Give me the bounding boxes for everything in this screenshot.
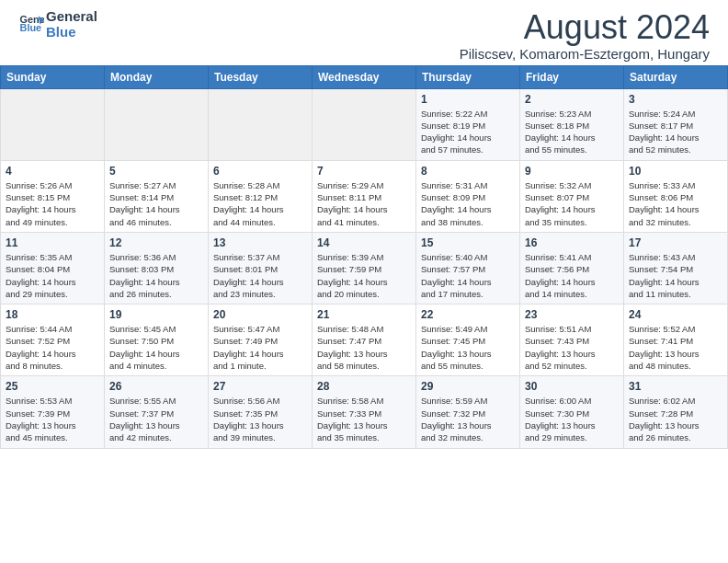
calendar-cell: 7Sunrise: 5:29 AM Sunset: 8:11 PM Daylig… [313, 160, 416, 232]
day-number: 20 [213, 308, 307, 321]
calendar-cell: 6Sunrise: 5:28 AM Sunset: 8:12 PM Daylig… [209, 160, 313, 232]
day-number: 29 [421, 380, 515, 393]
day-detail: Sunrise: 5:28 AM Sunset: 8:12 PM Dayligh… [213, 179, 307, 228]
day-detail: Sunrise: 5:26 AM Sunset: 8:15 PM Dayligh… [6, 179, 99, 228]
day-number: 19 [109, 308, 203, 321]
day-number: 10 [629, 165, 722, 178]
day-detail: Sunrise: 5:44 AM Sunset: 7:52 PM Dayligh… [6, 323, 99, 372]
day-detail: Sunrise: 5:45 AM Sunset: 7:50 PM Dayligh… [109, 323, 203, 372]
page-header: General Blue General Blue August 2024 Pi… [0, 0, 728, 65]
calendar-cell: 11Sunrise: 5:35 AM Sunset: 8:04 PM Dayli… [1, 232, 105, 304]
day-number: 28 [317, 380, 411, 393]
svg-text:Blue: Blue [20, 22, 42, 33]
day-number: 21 [317, 308, 411, 321]
day-number: 2 [525, 93, 619, 106]
day-number: 24 [629, 308, 722, 321]
calendar-cell [105, 88, 209, 160]
weekday-header: Tuesday [209, 65, 313, 88]
weekday-header: Saturday [624, 65, 728, 88]
day-detail: Sunrise: 5:43 AM Sunset: 7:54 PM Dayligh… [629, 251, 722, 300]
day-number: 3 [629, 93, 722, 106]
day-number: 16 [525, 236, 619, 249]
day-detail: Sunrise: 5:23 AM Sunset: 8:18 PM Dayligh… [525, 108, 619, 156]
weekday-header: Friday [520, 65, 624, 88]
day-number: 8 [421, 165, 515, 178]
calendar-cell: 30Sunrise: 6:00 AM Sunset: 7:30 PM Dayli… [520, 376, 624, 448]
calendar-cell: 2Sunrise: 5:23 AM Sunset: 8:18 PM Daylig… [520, 88, 624, 160]
day-detail: Sunrise: 5:48 AM Sunset: 7:47 PM Dayligh… [317, 323, 411, 372]
day-number: 15 [421, 236, 515, 249]
logo-line1: General [46, 9, 97, 25]
day-number: 27 [213, 380, 307, 393]
day-detail: Sunrise: 5:58 AM Sunset: 7:33 PM Dayligh… [317, 395, 411, 443]
calendar-cell [1, 88, 105, 160]
day-detail: Sunrise: 5:41 AM Sunset: 7:56 PM Dayligh… [525, 251, 619, 300]
day-number: 22 [421, 308, 515, 321]
weekday-header-row: SundayMondayTuesdayWednesdayThursdayFrid… [1, 65, 728, 88]
month-year-title: August 2024 [460, 9, 710, 46]
day-number: 31 [629, 380, 722, 393]
day-number: 25 [6, 380, 99, 393]
calendar-cell: 9Sunrise: 5:32 AM Sunset: 8:07 PM Daylig… [520, 160, 624, 232]
day-number: 26 [109, 380, 203, 393]
calendar-week-row: 25Sunrise: 5:53 AM Sunset: 7:39 PM Dayli… [1, 376, 728, 448]
weekday-header: Sunday [1, 65, 105, 88]
day-number: 9 [525, 165, 619, 178]
day-number: 7 [317, 165, 411, 178]
calendar-cell: 17Sunrise: 5:43 AM Sunset: 7:54 PM Dayli… [624, 232, 728, 304]
title-block: August 2024 Piliscsev, Komarom-Esztergom… [460, 9, 710, 62]
calendar-cell: 29Sunrise: 5:59 AM Sunset: 7:32 PM Dayli… [416, 376, 520, 448]
calendar-week-row: 18Sunrise: 5:44 AM Sunset: 7:52 PM Dayli… [1, 304, 728, 376]
day-detail: Sunrise: 5:36 AM Sunset: 8:03 PM Dayligh… [109, 251, 203, 300]
day-detail: Sunrise: 5:24 AM Sunset: 8:17 PM Dayligh… [629, 108, 722, 156]
day-number: 5 [109, 165, 203, 178]
day-number: 23 [525, 308, 619, 321]
calendar-cell [313, 88, 416, 160]
day-detail: Sunrise: 5:52 AM Sunset: 7:41 PM Dayligh… [629, 323, 722, 372]
calendar-cell: 24Sunrise: 5:52 AM Sunset: 7:41 PM Dayli… [624, 304, 728, 376]
calendar-cell: 12Sunrise: 5:36 AM Sunset: 8:03 PM Dayli… [105, 232, 209, 304]
day-detail: Sunrise: 5:53 AM Sunset: 7:39 PM Dayligh… [6, 395, 99, 443]
logo: General Blue General Blue [18, 9, 97, 40]
day-detail: Sunrise: 5:22 AM Sunset: 8:19 PM Dayligh… [421, 108, 515, 156]
day-detail: Sunrise: 5:31 AM Sunset: 8:09 PM Dayligh… [421, 179, 515, 228]
day-detail: Sunrise: 6:02 AM Sunset: 7:28 PM Dayligh… [629, 395, 722, 443]
day-number: 18 [6, 308, 99, 321]
calendar-cell [209, 88, 313, 160]
day-detail: Sunrise: 5:51 AM Sunset: 7:43 PM Dayligh… [525, 323, 619, 372]
day-detail: Sunrise: 5:59 AM Sunset: 7:32 PM Dayligh… [421, 395, 515, 443]
calendar-cell: 5Sunrise: 5:27 AM Sunset: 8:14 PM Daylig… [105, 160, 209, 232]
day-detail: Sunrise: 5:56 AM Sunset: 7:35 PM Dayligh… [213, 395, 307, 443]
calendar-cell: 18Sunrise: 5:44 AM Sunset: 7:52 PM Dayli… [1, 304, 105, 376]
day-detail: Sunrise: 5:40 AM Sunset: 7:57 PM Dayligh… [421, 251, 515, 300]
calendar-cell: 31Sunrise: 6:02 AM Sunset: 7:28 PM Dayli… [624, 376, 728, 448]
day-detail: Sunrise: 5:27 AM Sunset: 8:14 PM Dayligh… [109, 179, 203, 228]
calendar-cell: 19Sunrise: 5:45 AM Sunset: 7:50 PM Dayli… [105, 304, 209, 376]
day-number: 4 [6, 165, 99, 178]
day-detail: Sunrise: 5:49 AM Sunset: 7:45 PM Dayligh… [421, 323, 515, 372]
calendar-week-row: 1Sunrise: 5:22 AM Sunset: 8:19 PM Daylig… [1, 88, 728, 160]
day-detail: Sunrise: 6:00 AM Sunset: 7:30 PM Dayligh… [525, 395, 619, 443]
logo-line2: Blue [46, 25, 97, 40]
calendar-cell: 21Sunrise: 5:48 AM Sunset: 7:47 PM Dayli… [313, 304, 416, 376]
calendar-table: SundayMondayTuesdayWednesdayThursdayFrid… [0, 65, 728, 449]
calendar-cell: 27Sunrise: 5:56 AM Sunset: 7:35 PM Dayli… [209, 376, 313, 448]
day-detail: Sunrise: 5:37 AM Sunset: 8:01 PM Dayligh… [213, 251, 307, 300]
calendar-cell: 3Sunrise: 5:24 AM Sunset: 8:17 PM Daylig… [624, 88, 728, 160]
day-detail: Sunrise: 5:35 AM Sunset: 8:04 PM Dayligh… [6, 251, 99, 300]
calendar-week-row: 11Sunrise: 5:35 AM Sunset: 8:04 PM Dayli… [1, 232, 728, 304]
day-number: 30 [525, 380, 619, 393]
day-detail: Sunrise: 5:33 AM Sunset: 8:06 PM Dayligh… [629, 179, 722, 228]
weekday-header: Wednesday [313, 65, 416, 88]
calendar-week-row: 4Sunrise: 5:26 AM Sunset: 8:15 PM Daylig… [1, 160, 728, 232]
day-number: 11 [6, 236, 99, 249]
weekday-header: Thursday [416, 65, 520, 88]
day-detail: Sunrise: 5:55 AM Sunset: 7:37 PM Dayligh… [109, 395, 203, 443]
calendar-cell: 10Sunrise: 5:33 AM Sunset: 8:06 PM Dayli… [624, 160, 728, 232]
calendar-cell: 22Sunrise: 5:49 AM Sunset: 7:45 PM Dayli… [416, 304, 520, 376]
day-number: 6 [213, 165, 307, 178]
day-detail: Sunrise: 5:29 AM Sunset: 8:11 PM Dayligh… [317, 179, 411, 228]
calendar-cell: 28Sunrise: 5:58 AM Sunset: 7:33 PM Dayli… [313, 376, 416, 448]
calendar-cell: 14Sunrise: 5:39 AM Sunset: 7:59 PM Dayli… [313, 232, 416, 304]
calendar-cell: 20Sunrise: 5:47 AM Sunset: 7:49 PM Dayli… [209, 304, 313, 376]
